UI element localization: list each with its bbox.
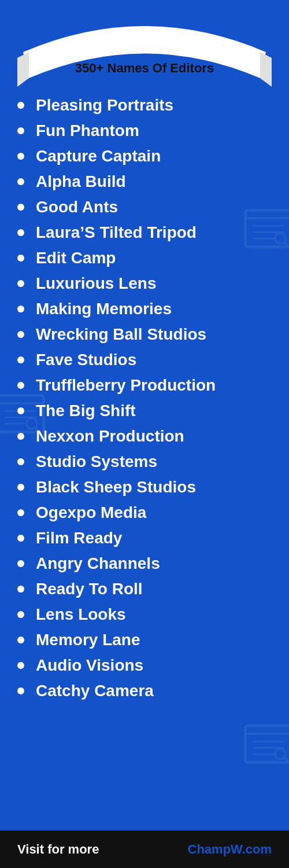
list-item: Wrecking Ball Studios: [17, 322, 277, 347]
page-wrapper: 350+ Names Of Editors: [0, 0, 289, 868]
list-item-label: Black Sheep Studios: [36, 478, 196, 496]
list-item: Fun Phantom: [17, 118, 277, 144]
list-item: Laura’S Tilted Tripod: [17, 220, 277, 245]
list-item: Audio Visions: [17, 653, 277, 678]
list-item-label: Studio Systems: [36, 453, 157, 471]
bullet-dot: [17, 306, 24, 312]
list-item: Alpha Build: [17, 169, 277, 194]
list-item-label: Pleasing Portraits: [36, 96, 173, 115]
watermark-3: [243, 718, 289, 773]
watermark-icon-3: [243, 718, 289, 770]
bullet-dot: [17, 102, 24, 109]
bullet-dot: [17, 560, 24, 567]
bullet-dot: [17, 153, 24, 160]
bullet-dot: [17, 229, 24, 236]
footer-left-text: Visit for more: [17, 842, 99, 857]
banner-section: 350+ Names Of Editors: [0, 0, 289, 87]
list-item: Ready To Roll: [17, 576, 277, 602]
list-item: Edit Camp: [17, 245, 277, 271]
bullet-dot: [17, 356, 24, 363]
list-item-label: Capture Captain: [36, 147, 161, 165]
list-item: Truffleberry Production: [17, 373, 277, 398]
bullet-dot: [17, 611, 24, 618]
bullet-dot: [17, 280, 24, 287]
list-item-label: Film Ready: [36, 529, 122, 547]
list-item-label: Lens Looks: [36, 605, 126, 624]
list-item: Capture Captain: [17, 144, 277, 169]
list-item: Memory Lane: [17, 627, 277, 653]
bullet-dot: [17, 382, 24, 389]
list-item-label: Catchy Camera: [36, 682, 154, 700]
list-item: Studio Systems: [17, 449, 277, 475]
bullet-dot: [17, 458, 24, 465]
list-item-label: Audio Visions: [36, 656, 143, 675]
list-item-label: Memory Lane: [36, 631, 140, 649]
list-item-label: Luxurious Lens: [36, 274, 156, 293]
list-item: Fave Studios: [17, 347, 277, 373]
list-item: Film Ready: [17, 525, 277, 551]
list-item-label: Fave Studios: [36, 351, 136, 369]
list-item: The Big Shift: [17, 398, 277, 424]
bullet-dot: [17, 255, 24, 262]
bullet-dot: [17, 509, 24, 516]
bullet-dot: [17, 407, 24, 414]
list-item: Angry Channels: [17, 551, 277, 576]
list-item-label: Angry Channels: [36, 554, 160, 573]
list-item: Catchy Camera: [17, 678, 277, 704]
bullet-dot: [17, 637, 24, 643]
bullet-dot: [17, 433, 24, 440]
svg-rect-17: [246, 726, 290, 763]
banner-container: 350+ Names Of Editors: [0, 12, 289, 87]
list-item-label: Laura’S Tilted Tripod: [36, 223, 197, 242]
bullet-dot: [17, 178, 24, 185]
bullet-dot: [17, 331, 24, 338]
main-content: Pleasing PortraitsFun PhantomCapture Cap…: [0, 87, 289, 830]
list-item-label: The Big Shift: [36, 402, 136, 420]
list-item-label: Alpha Build: [36, 172, 126, 191]
list-item-label: Nexxon Production: [36, 427, 184, 446]
list-item: Nexxon Production: [17, 424, 277, 449]
bullet-dot: [17, 484, 24, 491]
list-item: Good Ants: [17, 194, 277, 220]
list-item: Pleasing Portraits: [17, 93, 277, 118]
list-item-label: Fun Phantom: [36, 122, 139, 140]
list-item: Lens Looks: [17, 602, 277, 627]
list-item-label: Wrecking Ball Studios: [36, 325, 206, 344]
footer: Visit for more ChampW.com: [0, 830, 289, 868]
names-list: Pleasing PortraitsFun PhantomCapture Cap…: [17, 93, 277, 704]
list-item-label: Ready To Roll: [36, 580, 143, 598]
list-item-label: Making Memories: [36, 300, 172, 318]
list-item-label: Ogexpo Media: [36, 503, 146, 522]
list-item: Ogexpo Media: [17, 500, 277, 525]
list-item-label: Edit Camp: [36, 249, 116, 267]
bullet-dot: [17, 687, 24, 694]
bullet-dot: [17, 662, 24, 669]
list-item-label: Truffleberry Production: [36, 376, 216, 395]
list-item: Making Memories: [17, 296, 277, 322]
bullet-dot: [17, 204, 24, 211]
list-item-label: Good Ants: [36, 198, 118, 216]
bullet-dot: [17, 127, 24, 134]
list-item: Black Sheep Studios: [17, 475, 277, 500]
banner-svg: 350+ Names Of Editors: [17, 12, 272, 87]
list-item: Luxurious Lens: [17, 271, 277, 296]
bullet-dot: [17, 586, 24, 593]
banner-title: 350+ Names Of Editors: [75, 61, 214, 75]
footer-right-text: ChampW.com: [188, 842, 272, 857]
bullet-dot: [17, 535, 24, 542]
